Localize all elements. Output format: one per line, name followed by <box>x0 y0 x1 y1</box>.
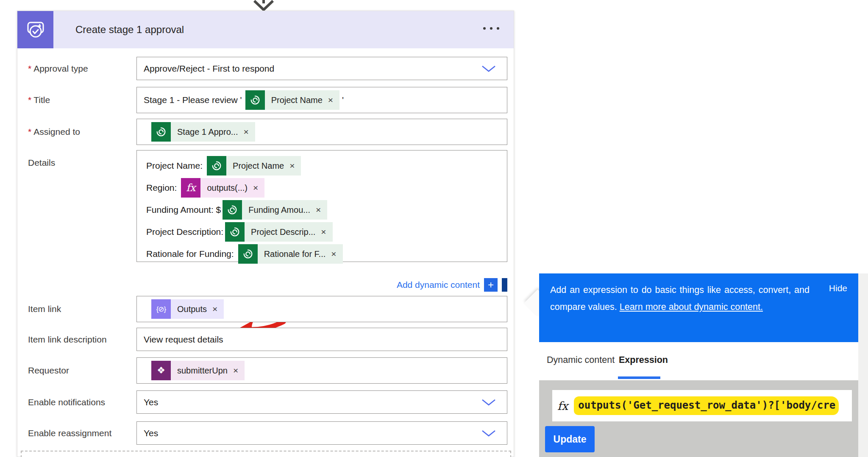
remove-icon[interactable]: × <box>289 161 295 171</box>
title-input[interactable]: Stage 1 - Please review ' Project Name× … <box>136 87 507 113</box>
power-automate-designer: Create stage 1 approval *Approval type A… <box>0 0 868 457</box>
remove-icon[interactable]: × <box>212 304 217 314</box>
next-field-placeholder <box>21 451 511 457</box>
panel-tabs: Dynamic content Expression <box>539 342 858 380</box>
requestor-label: Requestor <box>28 365 69 376</box>
pill-label: Stage 1 Appro... <box>177 127 238 137</box>
add-dynamic-content-row: Add dynamic content + <box>136 277 507 293</box>
enable-notifications-value: Yes <box>144 397 158 407</box>
callout-text: Add an expression to do basic things lik… <box>550 281 810 334</box>
active-tab-underline <box>618 376 660 379</box>
hide-button[interactable]: Hide <box>829 283 847 334</box>
update-button[interactable]: Update <box>545 426 595 452</box>
expression-input[interactable]: fx outputs('Get_request_row_data')?['bod… <box>552 390 852 421</box>
expression-callout: Add an expression to do basic things lik… <box>539 273 858 342</box>
title-text: Stage 1 - Please review ' <box>144 95 242 105</box>
dataverse-swirl-icon <box>223 200 242 220</box>
assigned-to-input[interactable]: Stage 1 Appro...× <box>136 119 507 145</box>
remove-icon[interactable]: × <box>331 249 336 259</box>
scrollbar-gutter <box>858 273 868 457</box>
dynamic-content-pill[interactable]: Project Descrip...× <box>225 222 333 242</box>
pill-label: Project Name <box>271 95 323 105</box>
details-line: Rationale for Funding: Rationale for F..… <box>146 244 343 264</box>
enable-notifications-label: Enable notifications <box>28 397 105 407</box>
dataverse-swirl-icon <box>225 222 245 242</box>
pill-label: Outputs <box>177 304 207 314</box>
approval-type-dropdown[interactable]: Approve/Reject - First to respond <box>136 57 507 80</box>
outputs-icon: {⊘} <box>151 299 171 319</box>
dataverse-swirl-icon <box>207 156 226 176</box>
field-item-link: Item link {⊘} Outputs× <box>17 296 514 322</box>
field-requestor: Requestor ❖ submitterUpn× <box>17 357 514 384</box>
title-label: Title <box>33 95 50 105</box>
details-input[interactable]: Project Name: Project Name× Region: fx o… <box>136 150 507 262</box>
pill-label: Project Name <box>233 161 284 171</box>
expression-value-highlighted: outputs('Get_request_row_data')?['body/c… <box>574 396 839 415</box>
field-enable-notifications: Enable notifications Yes <box>17 390 514 414</box>
item-link-description-label: Item link description <box>28 334 107 345</box>
add-dynamic-content-button[interactable]: + <box>484 278 498 292</box>
dynamic-content-pill[interactable]: Project Name× <box>245 90 339 110</box>
dynamic-content-pill[interactable]: Rationale for F...× <box>238 244 343 264</box>
item-link-description-value: View request details <box>144 334 223 345</box>
remove-icon[interactable]: × <box>328 95 333 105</box>
powerapps-pill[interactable]: ❖ submitterUpn× <box>151 361 245 380</box>
ellipsis-icon <box>483 27 486 30</box>
approval-type-value: Approve/Reject - First to respond <box>144 64 274 74</box>
field-approval-type: *Approval type Approve/Reject - First to… <box>17 57 514 80</box>
action-title: Create stage 1 approval <box>75 24 184 36</box>
requestor-input[interactable]: ❖ submitterUpn× <box>136 357 507 384</box>
field-item-link-description: Item link description View request detai… <box>17 328 514 351</box>
enable-reassignment-value: Yes <box>144 428 158 438</box>
action-card-header[interactable]: Create stage 1 approval <box>17 11 514 48</box>
tab-dynamic-content[interactable]: Dynamic content <box>547 355 615 365</box>
approvals-connector-icon <box>17 11 53 48</box>
item-link-label: Item link <box>28 304 61 314</box>
enable-reassignment-label: Enable reassignment <box>28 428 111 438</box>
title-text-after: ' <box>342 95 344 105</box>
fx-icon: fx <box>181 178 200 198</box>
card-menu-button[interactable] <box>483 27 499 30</box>
enable-notifications-dropdown[interactable]: Yes <box>136 390 507 414</box>
powerapps-icon: ❖ <box>151 361 171 380</box>
details-line: Project Description: Project Descrip...× <box>146 222 333 242</box>
outputs-pill[interactable]: {⊘} Outputs× <box>151 299 224 319</box>
assigned-to-label: Assigned to <box>33 127 80 137</box>
learn-more-link[interactable]: Learn more about dynamic content. <box>620 302 763 312</box>
remove-icon[interactable]: × <box>243 127 248 137</box>
required-marker: * <box>28 64 31 74</box>
details-line: Funding Amount: $ Funding Amou...× <box>146 200 327 220</box>
field-details: Details Project Name: Project Name× Regi… <box>17 150 514 262</box>
dynamic-content-pill[interactable]: Stage 1 Appro...× <box>151 122 255 142</box>
expression-editor-panel: fx outputs('Get_request_row_data')?['bod… <box>539 380 858 457</box>
item-link-description-input[interactable]: View request details <box>136 328 507 351</box>
action-card: Create stage 1 approval *Approval type A… <box>17 11 514 457</box>
tab-expression[interactable]: Expression <box>619 355 668 365</box>
add-dynamic-content-link[interactable]: Add dynamic content <box>397 280 480 290</box>
chevron-down-icon <box>481 429 496 437</box>
item-link-input[interactable]: {⊘} Outputs× <box>136 296 507 322</box>
enable-reassignment-dropdown[interactable]: Yes <box>136 421 507 445</box>
plus-icon: + <box>488 279 494 291</box>
expression-pill[interactable]: fx outputs(...)× <box>181 178 264 198</box>
dataverse-swirl-icon <box>238 244 258 264</box>
remove-icon[interactable]: × <box>233 365 238 376</box>
pill-label: Funding Amou... <box>248 205 310 215</box>
pill-label: outputs(...) <box>207 183 248 193</box>
details-label: Details <box>28 158 55 168</box>
field-assigned-to: *Assigned to Stage 1 Appro...× <box>17 119 514 145</box>
remove-icon[interactable]: × <box>316 205 321 215</box>
dynamic-content-pill[interactable]: Project Name× <box>207 156 301 176</box>
pill-label: Rationale for F... <box>264 249 326 259</box>
remove-icon[interactable]: × <box>321 227 326 237</box>
chevron-down-icon <box>481 65 496 72</box>
flow-connector-arrow-icon <box>252 0 275 11</box>
chevron-down-icon <box>481 398 496 406</box>
details-line: Region: fx outputs(...)× <box>146 178 264 198</box>
dataverse-swirl-icon <box>245 90 265 110</box>
pill-label: submitterUpn <box>177 366 228 376</box>
dynamic-content-pill[interactable]: Funding Amou...× <box>223 200 327 220</box>
field-enable-reassignment: Enable reassignment Yes <box>17 421 514 445</box>
remove-icon[interactable]: × <box>253 183 258 193</box>
field-title: *Title Stage 1 - Please review ' Project… <box>17 87 514 113</box>
